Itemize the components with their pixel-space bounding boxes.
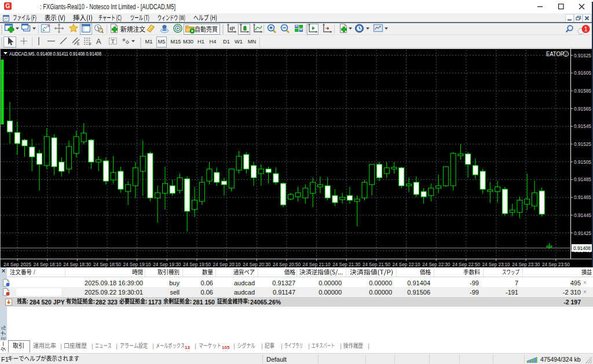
svg-text:0.91408: 0.91408 bbox=[573, 245, 591, 251]
svg-text:AUDCAD,M5. 0.91408 0.91411 0.9: AUDCAD,M5. 0.91408 0.91411 0.91408 0.914… bbox=[9, 51, 101, 57]
svg-text:24 Sep 18:10: 24 Sep 18:10 bbox=[34, 262, 61, 267]
svg-text:T: T bbox=[111, 39, 115, 45]
svg-text:24 Sep 19:10: 24 Sep 19:10 bbox=[123, 262, 151, 267]
svg-text:0.91425: 0.91425 bbox=[574, 230, 591, 236]
svg-text:E: E bbox=[77, 42, 80, 46]
svg-text:F: F bbox=[89, 42, 91, 46]
svg-text:24 Sep 20:10: 24 Sep 20:10 bbox=[213, 262, 241, 267]
svg-text:24 Sep 22:50: 24 Sep 22:50 bbox=[452, 262, 480, 267]
svg-text:EATOP: EATOP bbox=[546, 51, 564, 57]
svg-text:0.91465: 0.91465 bbox=[574, 194, 591, 200]
svg-text:0.91485: 0.91485 bbox=[574, 177, 591, 182]
svg-text:24 Sep 21:30: 24 Sep 21:30 bbox=[332, 262, 360, 267]
svg-text:24 Sep 20:50: 24 Sep 20:50 bbox=[273, 262, 301, 267]
svg-text:0.91565: 0.91565 bbox=[574, 106, 591, 112]
svg-text:1: 1 bbox=[584, 25, 587, 32]
svg-text:24 Sep 23:50: 24 Sep 23:50 bbox=[542, 262, 570, 267]
svg-text:24 Sep 18:30: 24 Sep 18:30 bbox=[63, 262, 91, 267]
svg-text:24 Sep 20:30: 24 Sep 20:30 bbox=[243, 262, 270, 267]
svg-text:24 Sep 21:10: 24 Sep 21:10 bbox=[303, 262, 331, 267]
svg-text:24 Sep 23:30: 24 Sep 23:30 bbox=[512, 262, 540, 267]
svg-text:0.91625: 0.91625 bbox=[574, 53, 591, 58]
svg-text:0.91545: 0.91545 bbox=[574, 123, 591, 129]
svg-text:24 Sep 23:10: 24 Sep 23:10 bbox=[482, 262, 510, 267]
svg-text:24 Sep 19:30: 24 Sep 19:30 bbox=[153, 262, 181, 267]
svg-text:24 Sep 18:50: 24 Sep 18:50 bbox=[93, 262, 121, 267]
svg-text:24 Sep 22:10: 24 Sep 22:10 bbox=[393, 262, 420, 267]
svg-text:: FXGiants-Real10 - Notesco In: : FXGiants-Real10 - Notesco Int Limited … bbox=[40, 3, 175, 11]
svg-text:0.91505: 0.91505 bbox=[574, 159, 591, 165]
svg-text:24 Sep 2025: 24 Sep 2025 bbox=[3, 262, 31, 267]
svg-text:0.91445: 0.91445 bbox=[574, 212, 591, 218]
svg-text:0.91585: 0.91585 bbox=[574, 88, 591, 94]
svg-text:0.91605: 0.91605 bbox=[574, 70, 591, 76]
svg-text:24 Sep 19:50: 24 Sep 19:50 bbox=[183, 262, 211, 267]
svg-text:0.91525: 0.91525 bbox=[574, 141, 591, 147]
svg-text:24 Sep 21:50: 24 Sep 21:50 bbox=[363, 262, 390, 267]
svg-text:24 Sep 22:30: 24 Sep 22:30 bbox=[422, 262, 450, 267]
